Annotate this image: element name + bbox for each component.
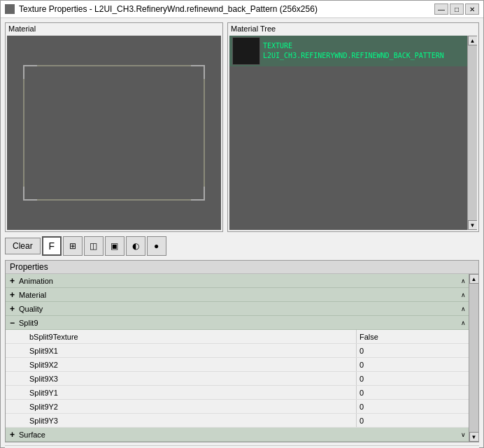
- split9y2-value: 0: [357, 403, 469, 411]
- tree-item-line1: TEXTURE: [263, 41, 444, 51]
- surface-label: Surface: [19, 431, 458, 439]
- material-prop-label: Material: [19, 291, 458, 299]
- status-bar: 1 pass: [5, 445, 479, 448]
- corner-br: [191, 187, 205, 201]
- toolbar-btn-frame[interactable]: ▣: [105, 236, 124, 256]
- split9x2-value: 0: [357, 361, 469, 369]
- minimize-button[interactable]: —: [434, 3, 448, 15]
- material-sign: +: [6, 290, 19, 300]
- bsplit9-value: False: [357, 333, 469, 341]
- split9-label: Split9: [19, 319, 458, 327]
- group-material[interactable]: + Material ∧: [6, 288, 469, 302]
- group-animation[interactable]: + Animation ∧: [6, 274, 469, 288]
- split9x3-value: 0: [357, 375, 469, 383]
- f-icon: F: [48, 240, 55, 252]
- prop-split9y3[interactable]: Split9Y3 0: [6, 414, 469, 428]
- split9x1-value: 0: [357, 347, 469, 355]
- surface-arrow: ∨: [458, 431, 469, 438]
- prop-split9y1[interactable]: Split9Y1 0: [6, 386, 469, 400]
- split9y1-name: Split9Y1: [6, 386, 357, 399]
- split9x2-name: Split9X2: [6, 358, 357, 371]
- tree-item-text: TEXTURE L2UI_CH3.REFINERYWND.REFINEWND_B…: [263, 41, 444, 61]
- split9x3-name: Split9X3: [6, 372, 357, 385]
- clear-button[interactable]: Clear: [5, 238, 41, 254]
- main-window: Texture Properties - L2UI_CH3.RefineryWn…: [0, 0, 484, 448]
- tree-thumbnail: [232, 37, 260, 65]
- quality-arrow: ∧: [458, 305, 469, 312]
- toolbar-btn-half[interactable]: ◐: [126, 236, 145, 256]
- animation-label: Animation: [19, 277, 458, 285]
- split9-arrow: ∧: [458, 319, 469, 326]
- title-bar: Texture Properties - L2UI_CH3.RefineryWn…: [1, 1, 483, 18]
- split9y3-name: Split9Y3: [6, 414, 357, 427]
- props-inner: + Animation ∧ + Material ∧ + Quality: [6, 274, 469, 442]
- prop-split9y2[interactable]: Split9Y2 0: [6, 400, 469, 414]
- tree-selected-item[interactable]: TEXTURE L2UI_CH3.REFINERYWND.REFINEWND_B…: [229, 36, 477, 66]
- group-quality[interactable]: + Quality ∧: [6, 302, 469, 316]
- layers-icon: ◫: [90, 241, 97, 251]
- material-tree-panel: Material Tree TEXTURE L2UI_CH3.REFINERYW…: [227, 22, 479, 232]
- material-arrow: ∧: [458, 291, 469, 298]
- window-title: Texture Properties - L2UI_CH3.RefineryWn…: [19, 4, 430, 14]
- corner-tr: [191, 65, 205, 79]
- prop-bsplit9texture[interactable]: bSplit9Texture False: [6, 330, 469, 344]
- prop-split9x3[interactable]: Split9X3 0: [6, 372, 469, 386]
- surface-sign: +: [6, 430, 19, 440]
- bsplit9-name: bSplit9Texture: [6, 330, 357, 343]
- top-panels: Material Material Tree: [5, 22, 479, 232]
- props-scrollbar: ▲ ▼: [469, 274, 478, 442]
- toolbar-btn-layers[interactable]: ◫: [84, 236, 104, 256]
- split9y2-name: Split9Y2: [6, 400, 357, 413]
- close-button[interactable]: ✕: [465, 3, 479, 15]
- material-label: Material: [6, 23, 222, 34]
- corner-bl: [23, 187, 37, 201]
- prop-split9x1[interactable]: Split9X1 0: [6, 344, 469, 358]
- material-preview: [7, 36, 221, 230]
- tree-scroll-down[interactable]: ▼: [468, 220, 478, 230]
- corner-tl: [23, 65, 37, 79]
- split9y1-value: 0: [357, 389, 469, 397]
- checker-icon: ⊞: [69, 241, 76, 251]
- split9-sign: −: [6, 318, 19, 328]
- tree-label: Material Tree: [228, 23, 478, 34]
- properties-header: Properties: [6, 261, 478, 274]
- animation-sign: +: [6, 276, 19, 286]
- toolbar: Clear F ⊞ ◫ ▣ ◐ ●: [5, 235, 479, 257]
- properties-section: Properties + Animation ∧ + Material ∧: [5, 260, 479, 442]
- properties-list: + Animation ∧ + Material ∧ + Quality: [6, 274, 478, 442]
- window-content: Material Material Tree: [1, 18, 483, 448]
- material-texture: [23, 65, 205, 201]
- quality-sign: +: [6, 304, 19, 314]
- quality-label: Quality: [19, 305, 458, 313]
- toolbar-btn-f[interactable]: F: [42, 236, 62, 256]
- tree-content: TEXTURE L2UI_CH3.REFINERYWND.REFINEWND_B…: [229, 36, 477, 230]
- props-scroll-down[interactable]: ▼: [469, 432, 479, 442]
- animation-arrow: ∧: [458, 277, 469, 284]
- title-buttons: — □ ✕: [434, 3, 479, 15]
- window-icon: [5, 4, 15, 14]
- toolbar-btn-sphere[interactable]: ●: [147, 236, 166, 256]
- props-scroll-up[interactable]: ▲: [469, 274, 479, 284]
- frame-icon: ▣: [111, 241, 118, 251]
- tree-scroll-up[interactable]: ▲: [468, 36, 478, 45]
- half-icon: ◐: [132, 241, 139, 251]
- sphere-icon: ●: [154, 241, 159, 251]
- toolbar-btn-checker[interactable]: ⊞: [63, 236, 83, 256]
- group-surface[interactable]: + Surface ∨: [6, 428, 469, 442]
- tree-scrollbar: ▲ ▼: [467, 36, 477, 230]
- material-panel: Material: [5, 22, 223, 232]
- split9x1-name: Split9X1: [6, 344, 357, 357]
- tree-item-line2: L2UI_CH3.REFINERYWND.REFINEWND_BACK_PATT…: [263, 51, 444, 61]
- group-split9[interactable]: − Split9 ∧: [6, 316, 469, 330]
- prop-split9x2[interactable]: Split9X2 0: [6, 358, 469, 372]
- maximize-button[interactable]: □: [450, 3, 464, 15]
- split9y3-value: 0: [357, 417, 469, 425]
